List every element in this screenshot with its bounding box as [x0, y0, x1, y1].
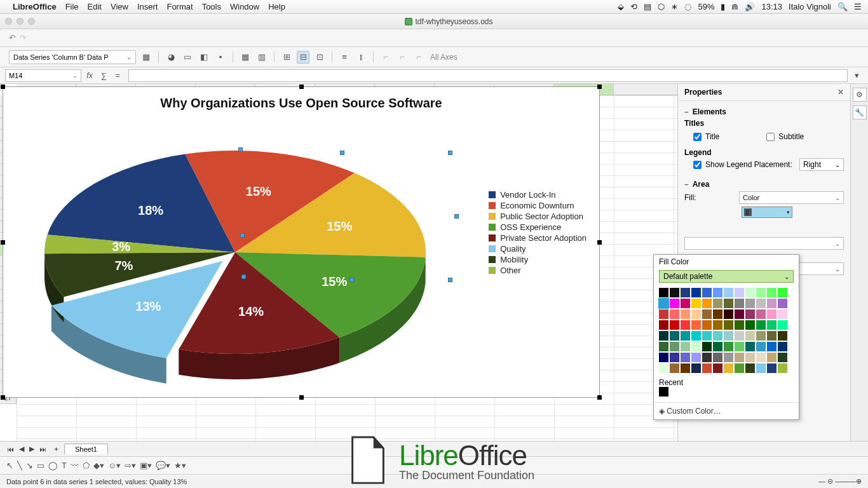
series-selector[interactable]: Data Series 'Column B' Data P⌄ — [9, 50, 136, 64]
menu-icon[interactable]: ☰ — [854, 2, 862, 11]
bluetooth-icon[interactable]: ∗ — [671, 2, 678, 11]
color-swatch[interactable] — [713, 331, 722, 341]
subtitle-checkbox[interactable]: Subtitle — [766, 132, 804, 141]
color-swatch[interactable] — [724, 363, 733, 373]
color-swatch[interactable] — [767, 331, 776, 341]
color-swatch[interactable] — [670, 353, 679, 362]
color-swatch[interactable] — [767, 309, 776, 319]
color-swatch[interactable] — [778, 331, 787, 341]
sync-icon[interactable]: ⟲ — [630, 2, 637, 11]
display-icon[interactable]: ▤ — [644, 2, 651, 11]
selection-handle[interactable] — [448, 151, 452, 155]
polygon-tool[interactable]: ⬠ — [83, 461, 90, 470]
selection-handle[interactable] — [238, 147, 243, 152]
color-swatch[interactable] — [659, 320, 668, 330]
chart-area-button[interactable]: ▭ — [181, 51, 194, 64]
menu-help[interactable]: Help — [268, 2, 285, 11]
chart-wall-button[interactable]: ◧ — [198, 51, 210, 64]
color-swatch[interactable] — [702, 353, 712, 362]
color-swatch[interactable] — [735, 299, 744, 308]
line-tool[interactable]: ╲ — [17, 461, 22, 470]
prev-sheet-button[interactable]: ◀ — [17, 445, 26, 453]
color-swatch[interactable] — [713, 299, 722, 308]
sheet-tab[interactable]: Sheet1 — [64, 444, 108, 454]
legend-off-button[interactable]: ⊡ — [313, 51, 326, 64]
color-swatch[interactable] — [659, 363, 668, 373]
color-swatch[interactable] — [681, 309, 690, 319]
color-swatch[interactable] — [691, 299, 701, 308]
function-wizard-button[interactable]: fx — [84, 71, 95, 80]
color-swatch[interactable] — [745, 342, 755, 351]
color-swatch[interactable] — [724, 288, 733, 297]
color-swatch[interactable] — [724, 331, 733, 341]
selection-handle[interactable] — [340, 151, 344, 155]
color-swatch[interactable] — [670, 320, 679, 330]
color-swatch[interactable] — [724, 320, 733, 330]
color-swatch[interactable] — [735, 353, 744, 362]
color-swatch[interactable] — [735, 331, 744, 341]
color-swatch[interactable] — [767, 363, 776, 373]
rect-tool[interactable]: ▭ — [37, 461, 44, 470]
color-swatch[interactable] — [670, 331, 679, 341]
sidebar-tab-properties[interactable]: ⚙ — [853, 88, 867, 102]
legend-item[interactable]: Quality — [489, 244, 587, 254]
color-swatch[interactable] — [745, 363, 755, 373]
color-swatch[interactable] — [756, 331, 766, 341]
color-swatch[interactable] — [756, 288, 766, 297]
color-swatch[interactable] — [756, 309, 766, 319]
color-swatch[interactable] — [745, 320, 755, 330]
ellipse-tool[interactable]: ◯ — [48, 461, 58, 470]
legend-on-button[interactable]: ⊟ — [297, 51, 309, 64]
menu-file[interactable]: File — [65, 2, 79, 11]
color-swatch[interactable] — [756, 342, 766, 351]
chart-legend[interactable]: Vendor Lock-InEconomic DownturnPublic Se… — [489, 189, 587, 276]
color-swatch[interactable] — [778, 288, 787, 297]
color-swatch[interactable] — [767, 288, 776, 297]
dropbox-icon[interactable]: ⬙ — [618, 2, 624, 11]
clock[interactable]: 13:13 — [761, 2, 782, 11]
legend-item[interactable]: Economic Downturn — [489, 201, 587, 210]
color-swatch[interactable] — [778, 353, 787, 362]
color-swatch[interactable] — [778, 299, 787, 308]
color-swatch[interactable] — [713, 309, 722, 319]
color-swatch[interactable] — [713, 320, 722, 330]
title-checkbox[interactable]: Title — [693, 132, 719, 141]
data-table-button[interactable]: ▦ — [239, 51, 252, 64]
color-swatch[interactable] — [767, 342, 776, 351]
vgrid-button[interactable]: ⫿ — [355, 51, 367, 64]
hgrid-button[interactable]: ≡ — [338, 51, 351, 64]
legend-placement-select[interactable]: Right⌄ — [799, 158, 844, 171]
pie-chart[interactable]: 18%15%15%15%14%13%7%3% — [35, 125, 435, 392]
color-swatch[interactable] — [767, 299, 776, 308]
color-swatch[interactable] — [681, 288, 690, 297]
color-swatch[interactable] — [745, 331, 755, 341]
selection-handle[interactable] — [240, 233, 245, 238]
color-swatch[interactable] — [756, 299, 766, 308]
color-swatch[interactable] — [681, 363, 690, 373]
zoom-slider[interactable]: — ⊝ ———⊕ — [818, 477, 862, 485]
chart-object[interactable]: Why Organizations Use Open Source Softwa… — [3, 86, 600, 398]
menu-edit[interactable]: Edit — [88, 2, 102, 11]
menu-insert[interactable]: Insert — [137, 2, 158, 11]
fill-color-select[interactable]: ⌄ — [684, 237, 844, 250]
color-swatch[interactable] — [724, 309, 733, 319]
formula-button[interactable]: = — [112, 71, 123, 80]
fill-type-select[interactable]: Color⌄ — [739, 191, 844, 204]
all-axes-label[interactable]: All Axes — [430, 53, 458, 62]
cell-reference-input[interactable]: M14⌄ — [5, 69, 81, 82]
spotlight-icon[interactable]: 🔍 — [837, 2, 848, 11]
legend-item[interactable]: OSS Experience — [489, 222, 587, 232]
selection-handle[interactable] — [448, 278, 452, 282]
color-swatch[interactable] — [735, 342, 744, 351]
sum-button[interactable]: ∑ — [98, 71, 109, 80]
zoom-window-button[interactable] — [28, 18, 35, 25]
chart-title[interactable]: Why Organizations Use Open Source Softwa… — [3, 87, 599, 114]
last-sheet-button[interactable]: ⏭ — [37, 445, 48, 453]
data-ranges-button[interactable]: ▥ — [255, 51, 268, 64]
section-area[interactable]: Area — [684, 180, 844, 189]
formula-input[interactable] — [128, 69, 848, 82]
color-swatch[interactable] — [702, 288, 712, 297]
color-swatch[interactable] — [778, 342, 787, 351]
custom-color-button[interactable]: ◈ Custom Color… — [654, 402, 799, 419]
expand-formula-button[interactable]: ▾ — [850, 69, 863, 82]
